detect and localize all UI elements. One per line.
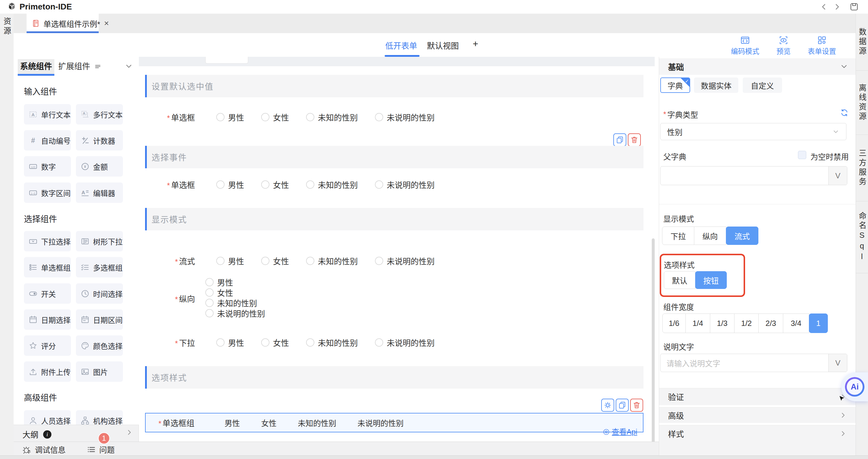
palette-item-auto-number[interactable]: #自动编号 [24, 130, 71, 150]
source-tab-data-entity[interactable]: 数据实体 [694, 78, 738, 93]
radio-option[interactable]: 女性 [261, 255, 289, 267]
group-validation[interactable]: 验证 [659, 388, 856, 405]
panel-section-basic[interactable]: 基础 [659, 58, 856, 75]
display-mode-dropdown[interactable]: 下拉 [662, 227, 694, 245]
settings-button[interactable] [601, 399, 614, 412]
copy-button[interactable] [616, 399, 629, 412]
radio-option[interactable]: 未知的性别 [205, 299, 265, 307]
palette-item-color[interactable]: 颜色选择 [76, 335, 123, 356]
form-settings-button[interactable]: 表单设置 [808, 35, 836, 56]
palette-item-date-range[interactable]: 日期区间 [76, 309, 123, 330]
radio-option[interactable]: 未说明的性别 [205, 309, 265, 317]
outline-expand-icon[interactable] [126, 429, 133, 436]
help-text-input[interactable]: 请输入说明文字 V [660, 354, 847, 372]
radio-option[interactable]: 未说明的性别 [375, 337, 435, 348]
palette-item-radio-group[interactable]: 单选框组 [24, 257, 71, 278]
radio-option[interactable]: 女性 [261, 179, 289, 191]
collapse-chevron-icon[interactable] [840, 62, 848, 71]
nav-forward-icon[interactable] [832, 2, 842, 12]
code-mode-button[interactable]: 编码模式 [731, 35, 759, 56]
palette-item-text-single[interactable]: A单行文本 [24, 104, 71, 124]
group-style[interactable]: 样式 [659, 425, 856, 442]
delete-button[interactable] [630, 399, 643, 412]
radio-option[interactable]: 未知的性别 [306, 337, 358, 348]
radio-option[interactable]: 男性 [205, 278, 265, 286]
radio-option[interactable]: 未知的性别 [306, 179, 358, 191]
outline-panel-header[interactable]: 大纲 i [13, 425, 139, 441]
palette-item-checkbox-group[interactable]: 多选框组 [76, 257, 123, 278]
display-mode-vertical[interactable]: 纵向 [694, 227, 726, 245]
rail-tab-offline-resources[interactable]: 离线资源 [856, 71, 868, 135]
width-2-3[interactable]: 2/3 [758, 314, 783, 333]
option-style-default[interactable]: 默认 [664, 271, 695, 289]
radio-option[interactable]: 女性 [205, 288, 265, 297]
copy-button[interactable] [613, 133, 626, 146]
source-tab-dictionary[interactable]: 字典 ✓ [660, 78, 690, 93]
radio-option[interactable]: 未说明的性别 [375, 179, 435, 191]
palette-item-tree-select[interactable]: 树形下拉 [76, 231, 123, 251]
radio-option[interactable]: 未知的性别 [306, 112, 358, 123]
palette-menu-icon[interactable] [94, 63, 102, 70]
delete-button[interactable] [628, 133, 641, 146]
palette-item-text-multi[interactable]: A多行文本 [76, 104, 123, 124]
disable-when-empty-checkbox[interactable] [798, 151, 806, 159]
palette-item-switch[interactable]: 开关 [24, 283, 71, 304]
palette-item-time[interactable]: 时间选择 [76, 283, 123, 304]
ai-assistant-button[interactable]: Ai [845, 377, 864, 397]
palette-item-org-select[interactable]: 机构选择 [76, 410, 123, 425]
width-1-4[interactable]: 1/4 [685, 314, 710, 333]
radio-option[interactable]: 男性 [216, 112, 244, 123]
close-icon[interactable]: × [104, 19, 109, 28]
document-tab[interactable]: 单选框组件示例* × [27, 13, 99, 33]
palette-item-number[interactable]: 123数字 [24, 156, 71, 177]
save-icon[interactable] [849, 2, 859, 12]
palette-item-number-range[interactable]: 1~3数字区间 [24, 182, 71, 203]
group-advanced[interactable]: 高级 [659, 407, 856, 423]
button-option[interactable]: 女性 [261, 417, 277, 428]
tab-lowcode-form[interactable]: 低开表单 [385, 40, 417, 51]
selected-component-radio-group[interactable]: *单选框组 男性 女性 未知的性别 未说明的性别 [145, 413, 644, 432]
add-view-button[interactable]: + [473, 38, 478, 49]
dict-type-select[interactable]: 性别 [660, 123, 846, 140]
button-option[interactable]: 未知的性别 [298, 417, 336, 428]
palette-item-image[interactable]: 图片 [76, 362, 123, 382]
width-full[interactable]: 1 [809, 314, 828, 333]
radio-option[interactable]: 女性 [261, 112, 289, 123]
palette-item-user-select[interactable]: 人员选择 [24, 410, 71, 425]
display-mode-flow[interactable]: 流式 [726, 227, 758, 245]
option-style-button[interactable]: 按钮 [695, 271, 727, 289]
palette-tab-system[interactable]: 系统组件 [18, 59, 54, 74]
radio-option[interactable]: 未知的性别 [306, 255, 358, 267]
issues-button[interactable]: 问题 [87, 444, 115, 455]
button-option[interactable]: 未说明的性别 [358, 417, 404, 428]
tab-default-view[interactable]: 默认视图 [427, 40, 459, 51]
palette-tab-extension[interactable]: 扩展组件 [57, 59, 92, 74]
variable-binding-button[interactable]: V [829, 167, 847, 185]
palette-item-rate[interactable]: 评分 [24, 335, 71, 356]
source-tab-custom[interactable]: 自定义 [743, 78, 782, 93]
rail-tab-resources[interactable]: 资源 [1, 17, 12, 36]
nav-back-icon[interactable] [819, 2, 829, 12]
preview-button[interactable]: 预览 [776, 35, 790, 56]
debug-info-button[interactable]: 调试信息 [23, 444, 66, 455]
width-1-3[interactable]: 1/3 [710, 314, 735, 333]
radio-option[interactable]: 未说明的性别 [375, 112, 435, 123]
form-canvas[interactable]: ··· ——— · —— ▪— · · ——·—▪ 设置默认选中值 *单选框 男… [139, 57, 659, 441]
rail-tab-thirdparty-services[interactable]: 三方服务 [856, 135, 868, 201]
palette-item-select[interactable]: 下拉选择 [24, 231, 71, 251]
palette-item-upload[interactable]: 附件上传 [24, 362, 71, 382]
parent-dict-input[interactable]: V [660, 166, 847, 185]
palette-collapse-icon[interactable] [125, 62, 133, 70]
palette-item-counter[interactable]: 计数器 [76, 130, 123, 150]
palette-item-editor[interactable]: A编辑器 [76, 182, 123, 203]
canvas-scrollbar[interactable] [652, 238, 655, 441]
radio-option[interactable]: 男性 [216, 179, 244, 191]
variable-binding-button[interactable]: V [829, 354, 847, 372]
refresh-icon[interactable] [840, 108, 849, 117]
palette-item-money[interactable]: ¥金额 [76, 156, 123, 177]
palette-item-date[interactable]: 日期选择 [24, 309, 71, 330]
radio-option[interactable]: 男性 [216, 337, 244, 348]
view-api-link[interactable]: ◎ 查看Api [603, 426, 637, 436]
radio-option[interactable]: 未说明的性别 [375, 255, 435, 267]
radio-option[interactable]: 女性 [261, 337, 289, 348]
